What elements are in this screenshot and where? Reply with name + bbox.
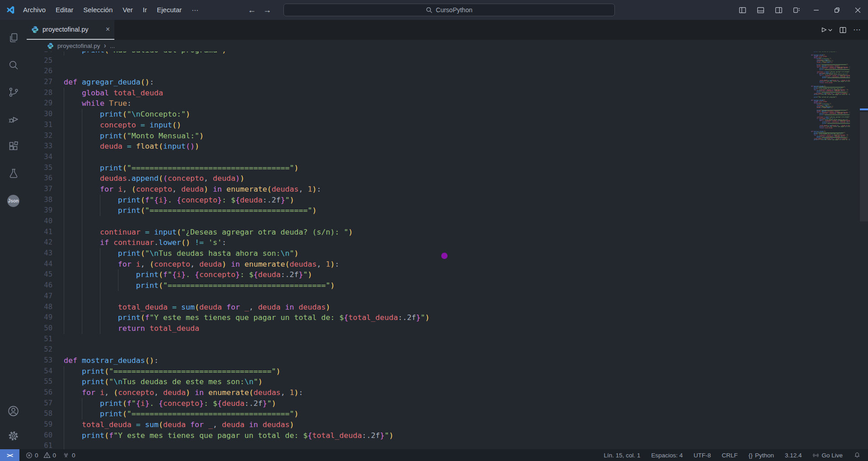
line-number: 29 [27,98,52,109]
code-line-24[interactable]: 24 print("Has salido del programa") [27,52,868,56]
code-editor[interactable]: 24 print("Has salido del programa")25262… [27,52,868,449]
editor-scrollbar[interactable] [860,52,868,449]
menu-item-4[interactable]: Ir [138,0,152,20]
split-editor-icon[interactable] [837,20,849,40]
code-line-60[interactable]: 60 print(f"Y este mes tienes que pagar u… [27,430,868,441]
scrollbar-slider[interactable] [860,112,868,221]
code-line-52[interactable]: 52 [27,344,868,355]
toggle-sidebar-icon[interactable] [733,0,751,20]
toggle-secondary-sidebar-icon[interactable] [769,0,788,20]
menu-item-1[interactable]: Editar [51,0,78,20]
run-python-file-button[interactable] [818,20,835,40]
minimize-button[interactable] [806,0,826,20]
line-number: 49 [27,312,52,323]
line-number: 27 [27,77,52,88]
command-center-search[interactable]: CursoPython [283,4,615,16]
code-line-32[interactable]: 32 print("Monto Mensual:") [27,131,868,141]
code-line-41[interactable]: 41 continuar = input("¿Deseas agregar ot… [27,227,868,238]
code-line-58[interactable]: 58 print("==============================… [27,409,868,419]
code-line-53[interactable]: 53def mostrar_deudas(): [27,355,868,366]
notifications-bell-icon[interactable] [854,452,861,459]
code-line-34[interactable]: 34 [27,152,868,163]
line-number: 61 [27,441,52,449]
code-line-55[interactable]: 55 print("\nTus deudas de este mes son:\… [27,376,868,387]
editor-more-actions-icon[interactable]: ··· [851,20,863,40]
code-line-45[interactable]: 45 print(f"{i}. {concepto}: ${deuda:.2f}… [27,269,868,280]
code-line-40[interactable]: 40 [27,216,868,227]
code-line-47[interactable]: 47 [27,291,868,302]
restore-button[interactable] [826,0,847,20]
eol-sequence[interactable]: CRLF [722,452,738,459]
code-line-27[interactable]: 27def agregar_deuda(): [27,77,868,88]
nav-forward-icon[interactable]: → [263,5,271,15]
breadcrumb-file[interactable]: proyectofinal.py [57,42,100,49]
accounts-icon[interactable] [0,399,27,423]
code-line-44[interactable]: 44 for i, (concepto, deuda) in enumerate… [27,259,868,270]
indentation[interactable]: Espacios: 4 [651,452,683,459]
testing-icon[interactable] [0,160,27,187]
code-line-38[interactable]: 38 print(f"{i}. {concepto}: ${deuda:.2f}… [27,195,868,206]
code-line-30[interactable]: 30 print("\nConcepto:") [27,109,868,120]
menu-item-6[interactable]: ··· [187,0,203,20]
problems-status[interactable]: 0 0 [26,452,56,459]
code-line-33[interactable]: 33 deuda = float(input()) [27,141,868,152]
menu-item-3[interactable]: Ver [118,0,138,20]
code-line-46[interactable]: 46 print("==============================… [27,280,868,291]
breadcrumb[interactable]: proyectofinal.py › ... [27,40,868,52]
source-control-icon[interactable] [0,79,27,106]
code-line-28[interactable]: 28 global total_deuda [27,88,868,99]
remote-indicator[interactable]: >< [0,449,19,461]
line-number: 42 [27,237,52,248]
menu-item-2[interactable]: Selección [78,0,118,20]
ports-status[interactable]: 0 [62,452,75,459]
braces-icon: {} [749,452,753,459]
menu-item-5[interactable]: Ejecutar [152,0,187,20]
extensions-icon[interactable] [0,133,27,160]
python-version[interactable]: 3.12.4 [785,452,802,459]
code-line-25[interactable]: 25 [27,56,868,66]
encoding[interactable]: UTF-8 [693,452,711,459]
code-line-35[interactable]: 35 print("==============================… [27,163,868,174]
breadcrumb-tail[interactable]: ... [110,42,115,49]
code-line-54[interactable]: 54 print("==============================… [27,366,868,377]
language-mode[interactable]: {} Python [749,452,774,459]
code-line-31[interactable]: 31 concepto = input() [27,120,868,131]
code-line-56[interactable]: 56 for i, (concepto, deuda) in enumerate… [27,387,868,398]
code-line-57[interactable]: 57 print(f"{i}. {concepto}: ${deuda:.2f}… [27,398,868,409]
code-line-59[interactable]: 59 total_deuda = sum(deuda for _, deuda … [27,419,868,430]
tab-bar: proyectofinal.py × ··· [27,20,868,40]
line-number: 30 [27,109,52,120]
code-line-29[interactable]: 29 while True: [27,98,868,109]
line-number: 57 [27,398,52,409]
mouse-cursor-dot [441,253,448,259]
nav-back-icon[interactable]: ← [248,5,256,15]
settings-gear-icon[interactable] [0,423,27,448]
menu-item-0[interactable]: Archivo [18,0,51,20]
line-number: 31 [27,120,52,131]
code-line-42[interactable]: 42 if continuar.lower() != 's': [27,237,868,248]
code-line-36[interactable]: 36 deudas.append((concepto, deuda)) [27,173,868,184]
code-line-49[interactable]: 49 print(f"Y este mes tienes que pagar u… [27,312,868,323]
tab-close-icon[interactable]: × [106,25,110,33]
json-extension-icon[interactable]: Json [0,187,27,214]
cursor-position[interactable]: Lín. 15, col. 1 [604,452,640,459]
code-line-48[interactable]: 48 total_deuda = sum(deuda for _, deuda … [27,302,868,313]
code-line-37[interactable]: 37 for i, (concepto, deuda) in enumerate… [27,184,868,195]
minimap[interactable]: print("Has salido del programa")def agre… [808,52,850,449]
code-line-26[interactable]: 26 [27,66,868,77]
search-sidebar-icon[interactable] [0,52,27,79]
run-debug-icon[interactable] [0,106,27,133]
customize-layout-icon[interactable] [788,0,806,20]
code-line-51[interactable]: 51 [27,334,868,345]
go-live-button[interactable]: Go Live [812,452,843,459]
code-line-39[interactable]: 39 print("==============================… [27,205,868,216]
line-number: 56 [27,387,52,398]
code-line-43[interactable]: 43 print("\nTus deudas hasta ahora son:\… [27,248,868,259]
tab-proyectofinal[interactable]: proyectofinal.py × [27,20,114,40]
toggle-panel-icon[interactable] [751,0,769,20]
line-number: 54 [27,366,52,377]
code-line-61[interactable]: 61 [27,441,868,449]
explorer-icon[interactable] [0,24,27,52]
close-window-button[interactable] [847,0,868,20]
code-line-50[interactable]: 50 return total_deuda [27,323,868,334]
